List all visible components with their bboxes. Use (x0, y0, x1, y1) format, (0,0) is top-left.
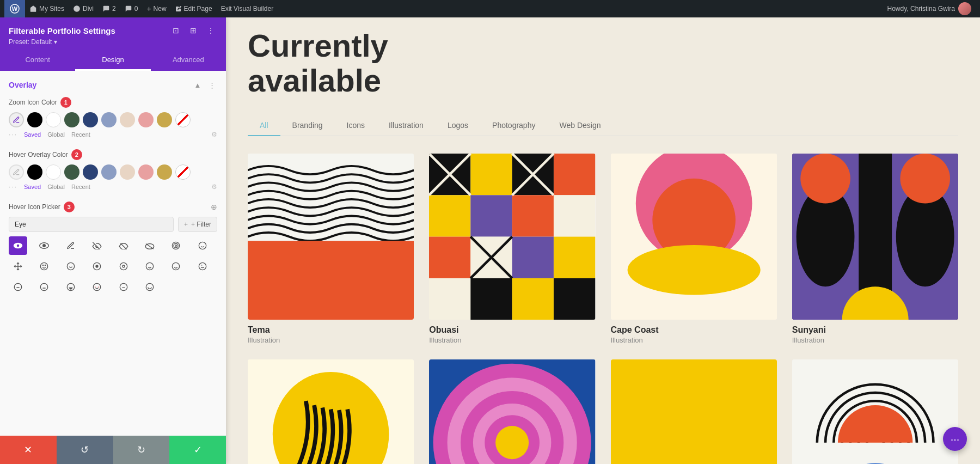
svg-point-19 (67, 262, 74, 270)
save-button[interactable]: ✓ (169, 436, 226, 464)
icon-pen[interactable] (62, 236, 80, 255)
hover-global-label[interactable]: Global (47, 184, 65, 190)
swatch-green-hover[interactable] (64, 164, 79, 180)
fab-button[interactable]: ··· (943, 427, 967, 451)
swatch-gold-zoom[interactable] (157, 112, 172, 127)
icon-emoji-3[interactable] (9, 278, 27, 296)
tab-design[interactable]: Design (75, 50, 150, 71)
wp-logo[interactable]: W (4, 0, 25, 17)
swatch-skin-hover[interactable] (120, 164, 135, 180)
undo-button[interactable]: ↺ (57, 436, 113, 464)
feedback-btn[interactable]: 0 (120, 0, 143, 17)
cancel-button[interactable]: ✕ (0, 436, 57, 464)
icon-target-icon[interactable]: ⊕ (211, 203, 217, 211)
filter-tab-illustration[interactable]: Illustration (377, 115, 436, 136)
comments-btn[interactable]: 2 (98, 0, 120, 17)
svg-rect-53 (512, 236, 554, 278)
icon-dot-circle[interactable] (88, 257, 106, 276)
icon-wink[interactable] (193, 257, 212, 276)
zoom-recent-label[interactable]: Recent (71, 131, 90, 138)
eyedropper-btn-zoom[interactable] (9, 112, 24, 127)
icon-radio-btn[interactable] (114, 257, 133, 276)
icon-move[interactable] (9, 257, 27, 276)
portfolio-item-obuasi[interactable]: Obuasi Illustration (429, 154, 595, 344)
chevron-up-icon[interactable]: ▲ (192, 80, 203, 90)
layout-icon[interactable]: ⊞ (187, 24, 200, 37)
icon-eye-slash[interactable] (88, 236, 106, 255)
icon-smile-1[interactable] (193, 236, 212, 255)
icon-smile-2[interactable] (35, 257, 53, 276)
swatch-black-zoom[interactable] (27, 112, 42, 127)
portfolio-item-sunyani[interactable]: Sunyani Illustration (792, 154, 958, 344)
swatch-lavender-hover[interactable] (101, 164, 117, 180)
swatch-lavender-zoom[interactable] (101, 112, 117, 127)
swatch-skin-zoom[interactable] (120, 112, 135, 127)
divi-btn[interactable]: Divi (69, 0, 98, 17)
swatch-gold-hover[interactable] (157, 164, 172, 180)
zoom-gear-icon[interactable]: ⚙ (211, 131, 217, 138)
icon-blush[interactable] (88, 278, 106, 296)
tab-advanced[interactable]: Advanced (151, 50, 226, 71)
portfolio-item-ashaiman[interactable]: Ashaiman Illustration (248, 359, 414, 464)
new-btn[interactable]: + New (142, 0, 170, 17)
swatch-white-hover[interactable] (46, 164, 61, 180)
panel-header-icons: ⊡ ⊞ ⋮ (169, 24, 217, 37)
icon-big-smile[interactable] (140, 278, 159, 296)
icon-grin[interactable] (167, 257, 185, 276)
portfolio-thumb-cape-coast (611, 154, 777, 320)
icon-smile-3[interactable] (62, 257, 80, 276)
icon-eye-outline[interactable] (35, 236, 53, 255)
portfolio-item-takoradi[interactable]: Takoradi Illustration (429, 359, 595, 464)
filter-tab-photography[interactable]: Photography (480, 115, 547, 136)
icon-happy[interactable] (140, 257, 159, 276)
svg-point-4 (17, 245, 20, 247)
icon-eye-filled[interactable] (9, 236, 27, 255)
eyedropper-btn-hover[interactable] (9, 164, 24, 180)
more-icon[interactable]: ⋮ (204, 24, 217, 37)
portfolio-title: Currentlyavailable (248, 17, 958, 98)
panel-preset[interactable]: Preset: Default ▾ (9, 38, 217, 46)
edit-page-btn[interactable]: Edit Page (171, 0, 217, 17)
portfolio-item-tema[interactable]: Tema Illustration (248, 154, 414, 344)
tab-content[interactable]: Content (0, 50, 75, 71)
icon-target[interactable] (167, 236, 185, 255)
svg-point-76 (800, 154, 850, 204)
filter-tab-logos[interactable]: Logos (436, 115, 480, 136)
swatch-none-hover[interactable] (175, 164, 191, 180)
redo-button[interactable]: ↻ (113, 436, 170, 464)
icon-laugh[interactable] (62, 278, 80, 296)
swatch-pink-zoom[interactable] (138, 112, 154, 127)
icon-neutral[interactable] (114, 278, 133, 296)
my-sites-btn[interactable]: My Sites (25, 0, 69, 17)
portfolio-item-tamale[interactable]: Tamale Illustration (792, 359, 958, 464)
portfolio-item-sekondi[interactable]: Sekondi Illustration (611, 359, 777, 464)
filter-tab-webdesign[interactable]: Web Design (547, 115, 612, 136)
minimize-icon[interactable]: ⊡ (169, 24, 182, 37)
hover-gear-icon[interactable]: ⚙ (211, 183, 217, 191)
swatch-black-hover[interactable] (27, 164, 42, 180)
portfolio-item-cape-coast[interactable]: Cape Coast Illustration (611, 154, 777, 344)
zoom-saved-label[interactable]: Saved (24, 131, 41, 138)
swatch-pink-hover[interactable] (138, 164, 154, 180)
svg-rect-58 (554, 278, 595, 320)
filter-tab-branding[interactable]: Branding (280, 115, 335, 136)
swatch-green-zoom[interactable] (64, 112, 79, 127)
filter-tab-icons[interactable]: Icons (335, 115, 377, 136)
icon-eye-crossed[interactable] (114, 236, 133, 255)
hover-saved-label[interactable]: Saved (24, 184, 41, 190)
filter-tab-all[interactable]: All (248, 115, 280, 136)
zoom-global-label[interactable]: Global (47, 131, 65, 138)
swatch-none-zoom[interactable] (175, 112, 191, 127)
exit-builder-btn[interactable]: Exit Visual Builder (217, 0, 278, 17)
svg-point-13 (199, 242, 206, 249)
swatch-navy-hover[interactable] (83, 164, 98, 180)
swatch-navy-zoom[interactable] (83, 112, 98, 127)
howdy-text: Howdy, Christina Gwira (883, 2, 976, 15)
section-more-icon[interactable]: ⋮ (206, 80, 217, 90)
filter-button[interactable]: + + Filter (178, 217, 217, 232)
swatch-white-zoom[interactable] (46, 112, 61, 127)
icon-emoji-4[interactable] (35, 278, 53, 296)
icon-search-input[interactable] (9, 217, 174, 232)
icon-eye-strikethrough[interactable] (140, 236, 159, 255)
hover-recent-label[interactable]: Recent (71, 184, 90, 190)
